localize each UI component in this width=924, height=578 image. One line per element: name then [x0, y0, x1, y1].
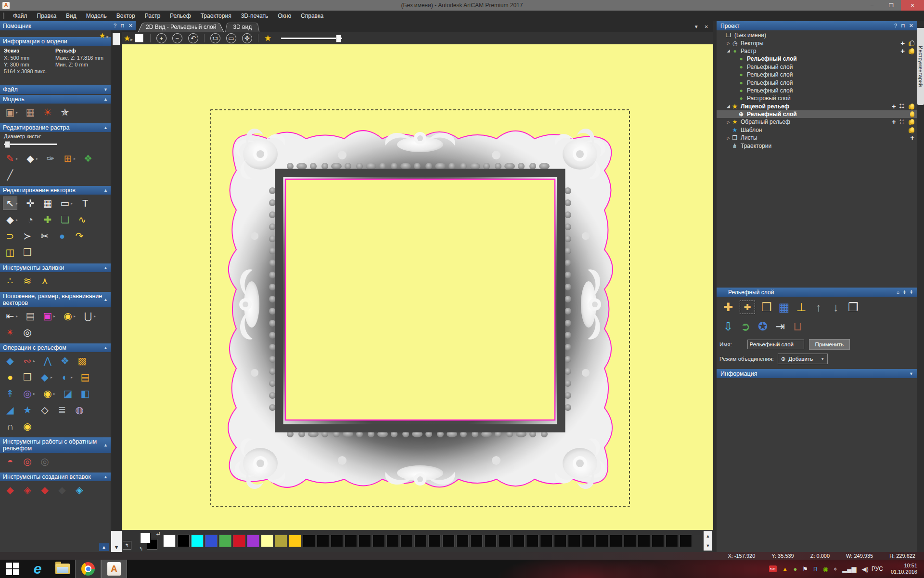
- sheets-icon[interactable]: ❒: [731, 134, 739, 141]
- close-button[interactable]: ✕: [901, 0, 924, 11]
- template-star-icon[interactable]: ★: [731, 127, 739, 133]
- dropdown-arrow-icon[interactable]: ▸: [74, 157, 77, 161]
- visibility-bulbs-icon[interactable]: [910, 104, 914, 109]
- raster-layer-icon[interactable]: ●: [737, 71, 745, 78]
- dropdown-arrow-icon[interactable]: ▸: [94, 314, 98, 318]
- menu-4[interactable]: Модель: [81, 11, 112, 21]
- paint-pencil-icon[interactable]: ✎: [3, 152, 17, 165]
- zoom-out-icon[interactable]: −: [172, 33, 182, 43]
- section-header-fill-tools[interactable]: Инструменты заливки▲: [0, 263, 111, 272]
- zoom-in-icon[interactable]: +: [156, 33, 167, 43]
- palette-empty-slot[interactable]: [652, 535, 664, 547]
- move-layer-down-icon[interactable]: ↓: [827, 300, 845, 315]
- palette-scroll-down-icon[interactable]: ▼: [706, 543, 710, 548]
- pin-icon[interactable]: ⊓: [120, 23, 125, 29]
- primary-color-swatch[interactable]: [140, 533, 151, 543]
- network-signal-icon[interactable]: ▂▄▆: [842, 566, 856, 572]
- taskbar-clock[interactable]: 10:51 01.10.2016: [891, 563, 917, 575]
- close-icon[interactable]: ✕: [909, 23, 913, 29]
- visibility-bulbs-off-icon[interactable]: [910, 40, 914, 46]
- smooth-relief-icon[interactable]: ◆: [3, 354, 17, 368]
- palette-color-8[interactable]: [261, 535, 273, 547]
- flatten-relief-icon[interactable]: ◇: [38, 403, 52, 417]
- assistant-scrollbar[interactable]: ▼: [111, 21, 122, 552]
- weave-texture-icon[interactable]: ▤: [78, 370, 92, 384]
- palette-empty-slot[interactable]: [428, 535, 441, 547]
- palette-empty-slot[interactable]: [512, 535, 525, 547]
- create-text-icon[interactable]: T: [78, 197, 92, 210]
- ring-relief-icon[interactable]: ◉: [40, 387, 55, 400]
- mirror-relief-icon[interactable]: ◐: [58, 370, 72, 384]
- internet-explorer-button[interactable]: e: [25, 560, 50, 578]
- restore-button[interactable]: ❐: [882, 0, 901, 11]
- tree-item[interactable]: ◢●Растр+: [717, 47, 917, 55]
- palette-empty-slot[interactable]: [624, 535, 636, 547]
- section-header-vector-edit[interactable]: Редактирование векторов▲: [0, 186, 111, 195]
- palette-scrollbar[interactable]: ▲ ▼: [704, 531, 712, 551]
- tree-collapsed-icon[interactable]: ▷: [726, 136, 731, 140]
- home-icon[interactable]: ⌂: [897, 289, 899, 295]
- active-layer-icon[interactable]: ⊕: [737, 111, 745, 118]
- current-color-swatch[interactable]: [135, 34, 143, 42]
- palette-color-1[interactable]: [163, 535, 176, 547]
- brush-diameter-slider[interactable]: [4, 141, 57, 147]
- inlay-male-icon[interactable]: ◆: [3, 483, 17, 497]
- copy-vectors-icon[interactable]: ❏: [58, 213, 72, 226]
- raise-relief-icon[interactable]: ↟: [3, 387, 17, 400]
- add-icon[interactable]: +: [910, 135, 914, 140]
- dropdown-arrow-icon[interactable]: ▸: [51, 375, 54, 380]
- palette-empty-slot[interactable]: [359, 535, 371, 547]
- copy-relief-icon[interactable]: ❖: [58, 354, 72, 368]
- palette-empty-slot[interactable]: [317, 535, 329, 547]
- favorites-star-icon[interactable]: ★▸: [124, 34, 133, 43]
- tree-item[interactable]: ▷❒Листы+: [717, 134, 917, 142]
- close-icon[interactable]: ✕: [128, 23, 133, 29]
- move-layer-up-icon[interactable]: ↑: [810, 300, 827, 315]
- chrome-button[interactable]: [75, 560, 101, 578]
- relief-star-icon[interactable]: ★: [731, 103, 739, 110]
- menu-7[interactable]: Рельеф: [165, 11, 196, 21]
- tree-item-selected[interactable]: ⊕Рельефный слой: [717, 110, 917, 118]
- close-view-icon[interactable]: ✕: [705, 24, 708, 29]
- palette-empty-slot[interactable]: [596, 535, 608, 547]
- palette-empty-slot[interactable]: [400, 535, 413, 547]
- palette-empty-slot[interactable]: [470, 535, 483, 547]
- palette-color-9[interactable]: [275, 535, 287, 547]
- palette-color-10[interactable]: [289, 535, 301, 547]
- section-header-model[interactable]: Модель▲: [0, 95, 111, 104]
- palette-empty-slot[interactable]: [638, 535, 650, 547]
- start-button-button[interactable]: [0, 560, 25, 578]
- menu-1[interactable]: Файл: [8, 11, 32, 21]
- dome-relief-icon[interactable]: ⋀: [40, 354, 55, 368]
- tree-item[interactable]: ●Рельефный слой: [717, 79, 917, 86]
- palette-color-4[interactable]: [205, 535, 218, 547]
- tree-expanded-icon[interactable]: ◢: [726, 49, 731, 53]
- model-canvas[interactable]: [122, 44, 713, 530]
- layer-name-input[interactable]: [747, 340, 804, 349]
- pin-icon[interactable]: ⊓: [901, 23, 905, 29]
- dropdown-arrow-icon[interactable]: ▸: [16, 201, 20, 206]
- palette-scroll-up-icon[interactable]: ▲: [706, 534, 710, 539]
- artcam-button[interactable]: A: [101, 560, 127, 578]
- palette-color-3[interactable]: [191, 535, 204, 547]
- menu-3[interactable]: Вид: [61, 11, 81, 21]
- scrollbar-thumb[interactable]: [113, 33, 120, 45]
- raster-layer-icon[interactable]: ●: [737, 79, 745, 86]
- texture-relief-icon[interactable]: ▩: [75, 354, 90, 368]
- fit-curves-icon[interactable]: ∿: [75, 213, 90, 226]
- visibility-bulbs-icon[interactable]: [910, 127, 914, 133]
- section-header-inlay-tools[interactable]: Инструменты создания вставок▲: [0, 473, 111, 481]
- split-layer-icon[interactable]: ⇥: [771, 319, 789, 334]
- raster-layer-icon[interactable]: ●: [737, 55, 745, 62]
- transform-vectors-icon[interactable]: ✛: [23, 197, 38, 210]
- tree-item[interactable]: ●Рельефный слой: [717, 63, 917, 71]
- visibility-bulb-icon[interactable]: [910, 111, 914, 117]
- dropdown-arrow-icon[interactable]: ▸: [16, 218, 20, 222]
- flood-fill-icon[interactable]: ◆: [23, 152, 38, 165]
- dropdown-arrow-icon[interactable]: ▸: [53, 392, 57, 396]
- inlay-female-icon[interactable]: ◈: [20, 483, 35, 497]
- toolbox-edge-tab[interactable]: Инструментарий: [917, 28, 924, 105]
- favorites-star-icon[interactable]: ★▸: [99, 31, 109, 40]
- palette-empty-slot[interactable]: [498, 535, 511, 547]
- smudge-relief-icon[interactable]: ◪: [61, 387, 75, 400]
